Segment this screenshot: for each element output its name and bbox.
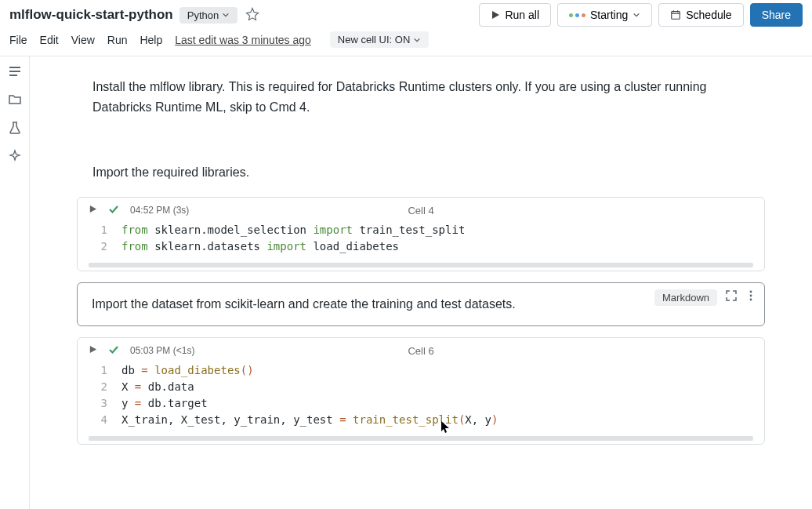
- star-icon: [245, 7, 259, 21]
- chevron-down-icon: [633, 11, 640, 19]
- experiment-icon[interactable]: [8, 121, 22, 135]
- notebook-content[interactable]: Install the mlflow library. This is requ…: [30, 56, 812, 509]
- run-cell-button[interactable]: [89, 345, 97, 356]
- play-icon: [89, 205, 97, 213]
- side-rail: [0, 56, 30, 509]
- chevron-down-icon: [222, 11, 230, 19]
- menu-help[interactable]: Help: [140, 34, 162, 46]
- run-all-label: Run all: [505, 9, 539, 21]
- cell-header: 05:03 PM (<1s) Cell 6: [78, 338, 764, 359]
- favorite-button[interactable]: [244, 5, 261, 25]
- svg-rect-5: [9, 71, 20, 72]
- cluster-status-label: Starting: [590, 9, 628, 21]
- cell-header: 04:52 PM (3s) Cell 4: [78, 198, 764, 219]
- status-check: [108, 204, 119, 217]
- toc-icon[interactable]: [8, 64, 22, 78]
- assist-icon[interactable]: [8, 149, 22, 163]
- share-label: Share: [762, 9, 791, 21]
- cell-menu-button[interactable]: [745, 289, 756, 305]
- menu-run[interactable]: Run: [107, 34, 128, 46]
- markdown-cell[interactable]: Import the dataset from scikit-learn and…: [77, 282, 765, 326]
- cluster-status-icon: [569, 13, 585, 17]
- status-check: [108, 344, 119, 358]
- menu-view[interactable]: View: [71, 34, 95, 46]
- language-label: Python: [187, 9, 219, 21]
- schedule-button[interactable]: Schedule: [658, 3, 743, 27]
- menu-file[interactable]: File: [9, 34, 27, 46]
- chevron-down-icon: [413, 36, 421, 44]
- markdown-import-heading: Import the required libraries.: [30, 162, 812, 183]
- kebab-icon: [745, 289, 756, 302]
- cell-label: Cell 4: [408, 205, 433, 216]
- line-gutter: 1 2 3 4: [78, 362, 121, 428]
- expand-icon: [725, 289, 738, 302]
- markdown-install-note: Install the mlflow library. This is requ…: [30, 77, 812, 117]
- menu-edit[interactable]: Edit: [40, 34, 59, 46]
- check-icon: [108, 204, 119, 215]
- code-lines[interactable]: from sklearn.model_selection import trai…: [121, 222, 764, 255]
- expand-button[interactable]: [725, 289, 738, 305]
- new-cell-toggle[interactable]: New cell UI: ON: [330, 31, 429, 48]
- new-cell-label: New cell UI: ON: [338, 34, 410, 45]
- svg-rect-0: [672, 12, 680, 20]
- svg-rect-4: [9, 67, 20, 68]
- language-selector[interactable]: Python: [179, 7, 237, 24]
- cluster-selector[interactable]: Starting: [557, 3, 652, 27]
- title-bar: mlflow-quick-start-python Python Run all…: [0, 0, 812, 27]
- folder-icon[interactable]: [8, 93, 22, 107]
- code-body[interactable]: 1 2 from sklearn.model_selection import …: [78, 219, 764, 263]
- run-cell-button[interactable]: [89, 205, 97, 216]
- notebook-title[interactable]: mlflow-quick-start-python: [9, 7, 173, 23]
- cell-label: Cell 6: [408, 345, 433, 357]
- cell-timestamp: 05:03 PM (<1s): [130, 345, 194, 356]
- cell-toolbar: Markdown: [654, 289, 756, 306]
- svg-point-8: [750, 291, 752, 293]
- code-body[interactable]: 1 2 3 4 db = load_diabetes()X = db.datay…: [78, 359, 764, 436]
- line-gutter: 1 2: [78, 222, 121, 255]
- cell-timestamp: 04:52 PM (3s): [130, 205, 189, 216]
- code-lines[interactable]: db = load_diabetes()X = db.datay = db.ta…: [121, 362, 764, 428]
- svg-point-9: [750, 295, 752, 297]
- run-all-button[interactable]: Run all: [479, 3, 551, 27]
- play-icon: [491, 10, 500, 20]
- menu-bar: File Edit View Run Help Last edit was 3 …: [0, 27, 812, 56]
- check-icon: [108, 344, 119, 355]
- markdown-text: Import the dataset from scikit-learn and…: [92, 297, 516, 311]
- cell-type-badge[interactable]: Markdown: [654, 289, 717, 306]
- share-button[interactable]: Share: [750, 3, 803, 27]
- svg-rect-6: [9, 75, 17, 76]
- code-cell-6[interactable]: 05:03 PM (<1s) Cell 6 1 2 3 4 db = load_…: [77, 337, 765, 445]
- schedule-label: Schedule: [686, 9, 731, 21]
- svg-point-10: [750, 299, 752, 301]
- play-icon: [89, 345, 97, 354]
- calendar-icon: [670, 9, 681, 20]
- code-cell-4[interactable]: 04:52 PM (3s) Cell 4 1 2 from sklearn.mo…: [77, 197, 765, 271]
- main-layout: Install the mlflow library. This is requ…: [0, 56, 812, 509]
- last-edit-link[interactable]: Last edit was 3 minutes ago: [175, 34, 311, 46]
